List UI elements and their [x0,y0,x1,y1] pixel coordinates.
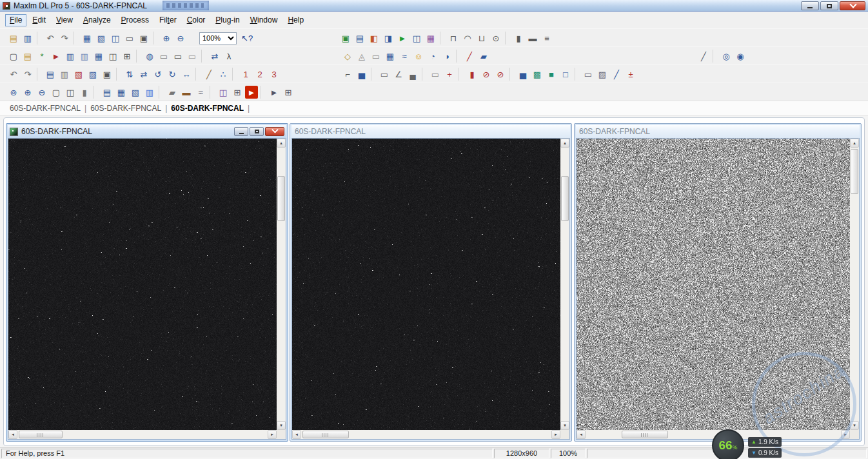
redo-icon[interactable]: ↷ [58,32,71,44]
vertical-scrollbar[interactable]: ▴ ▾ [560,139,569,430]
line-graph-icon[interactable]: ▅ [355,68,368,81]
save-as-icon[interactable]: ▥ [78,50,91,63]
zoom-out-tool-icon[interactable]: ⊖ [35,86,48,99]
expose-start-icon[interactable]: ► [396,32,409,44]
flip-vertical-icon[interactable]: ⇅ [123,68,136,81]
pier-flip-icon[interactable]: ▮ [512,32,525,44]
horizontal-scroll-thumb[interactable] [622,431,668,438]
scroll-up-button[interactable]: ▴ [277,139,286,148]
scroll-right-button[interactable]: ▸ [268,430,277,439]
image-window-1-titlebar[interactable]: 60S-DARK-FPNCAL [8,125,286,138]
filter-wheel-icon[interactable]: ▦ [424,32,437,44]
web-publish-icon[interactable]: ◍ [143,50,156,63]
blue-panel-icon[interactable]: ▥ [143,86,156,99]
slide-view-icon[interactable]: ▭ [582,68,595,81]
bar-chart-icon[interactable]: ▅ [517,68,529,81]
new-image-icon[interactable]: ▢ [7,50,20,63]
crop-icon[interactable]: ▣ [101,68,113,81]
image-window-1[interactable]: 60S-DARK-FPNCAL ▴ ▾ ◂ ▸ [6,123,288,442]
run-script-icon[interactable]: λ [222,50,235,63]
undo-icon[interactable]: ↶ [44,32,57,44]
screen-stretch-icon[interactable]: ▦ [81,32,94,44]
scroll-up-button[interactable]: ▴ [560,139,569,148]
stack-images-icon[interactable]: ▦ [92,50,105,63]
tab-2[interactable]: 60S-DARK-FPNCAL [87,104,164,113]
sequence-icon[interactable]: ◧ [368,32,380,44]
tab-3[interactable]: 60S-DARK-FPNCAL [168,104,247,113]
image-window-2[interactable]: 60S-DARK-FPNCAL ▴ ▾ ◂ ▸ [290,123,572,442]
scroll-down-button[interactable]: ▾ [277,421,286,430]
compress-file-icon[interactable]: ◫ [106,50,119,63]
image-set-a-icon[interactable]: ▤ [101,86,113,99]
draw-region-icon[interactable]: ◇ [341,50,354,63]
menu-edit[interactable]: Edit [28,14,50,26]
menu-window[interactable]: Window [246,14,282,26]
minimize-button[interactable] [801,1,819,10]
zoom-tool-icon[interactable]: ⊚ [7,86,20,99]
child-maximize-button[interactable] [250,127,264,136]
screen-fit-icon[interactable]: ▢ [50,86,63,99]
document-view-icon[interactable]: ▭ [378,68,391,81]
menu-process[interactable]: Process [117,14,153,26]
scroll-left-button[interactable]: ◂ [292,430,301,439]
scroll-up-button[interactable]: ▴ [850,139,859,148]
vertical-scroll-thumb[interactable] [277,176,285,221]
wave-profile-icon[interactable]: ≈ [398,50,411,63]
menu-filter[interactable]: Filter [155,14,181,26]
angle-measure-icon[interactable]: ∠ [392,68,405,81]
batch-convert-icon[interactable]: ⇄ [208,50,221,63]
rotate-right-icon[interactable]: ↻ [166,68,179,81]
spray-tool-icon[interactable]: ∴ [217,68,230,81]
resize-icon[interactable]: ↔ [180,68,193,81]
blue-outline-icon[interactable]: □ [559,68,572,81]
pointer-mode-icon[interactable]: ► [268,86,281,99]
vertical-scroll-thumb[interactable] [561,176,569,221]
clone-image-icon[interactable]: ▨ [86,68,99,81]
image-set-c-icon[interactable]: ▧ [129,86,142,99]
autosave-icon[interactable]: ◫ [410,32,423,44]
information-window-icon[interactable]: ▭ [123,32,136,44]
cube-view-icon[interactable]: ◫ [217,86,230,99]
roller-tool-icon[interactable]: ▬ [180,86,193,99]
horizontal-scrollbar[interactable]: ◂ ▸ [292,430,560,439]
scroll-left-button[interactable]: ◂ [8,430,17,439]
scroll-right-button[interactable]: ▸ [551,430,560,439]
vertical-scrollbar[interactable]: ▴ ▾ [277,139,286,430]
diag-line-icon[interactable]: ╱ [610,68,623,81]
color-wheel-icon[interactable]: ◉ [734,50,747,63]
menu-file[interactable]: File [5,14,26,26]
copy-icon[interactable]: ▤ [44,68,57,81]
color-balance-icon[interactable]: ◎ [720,50,733,63]
open-image-icon[interactable]: ▤ [7,32,20,44]
duplicate-icon[interactable]: ▧ [72,68,85,81]
save-file-icon[interactable]: ▥ [64,50,77,63]
accessories-icon[interactable]: ▬ [526,32,539,44]
menu-plugin[interactable]: Plug-in [211,14,244,26]
dome-control-icon[interactable]: ◠ [461,32,474,44]
red-run-icon[interactable]: ► [245,86,258,99]
no-calibration-icon[interactable]: ⊘ [480,68,493,81]
autoguide-icon[interactable]: ◨ [382,32,395,44]
photo-view-icon[interactable]: ▨ [596,68,609,81]
maximize-button[interactable] [820,1,838,10]
open-folder-icon[interactable]: ▤ [21,50,34,63]
network-speed-widget[interactable]: 66 % [712,429,744,459]
teal-square-icon[interactable]: ■ [545,68,558,81]
zoom-select[interactable]: 100% [199,32,237,44]
image-window-3-titlebar[interactable]: 60S-DARK-FPNCAL [576,125,860,138]
info-hud-icon[interactable]: ⌐ [341,68,354,81]
scroll-down-button[interactable]: ▾ [850,421,859,430]
run-batch-icon[interactable]: ► [50,50,63,63]
annotate-line-icon[interactable]: ╱ [697,50,710,63]
split-view-icon[interactable]: ◫ [64,86,77,99]
menu-help[interactable]: Help [283,14,308,26]
fits-header-icon[interactable]: ⊞ [121,50,133,63]
menu-analyze[interactable]: Analyze [79,14,115,26]
calibration-2-icon[interactable]: 2 [253,68,266,81]
dual-view-icon[interactable]: ◫ [109,32,122,44]
image-window-2-titlebar[interactable]: 60S-DARK-FPNCAL [291,125,570,138]
paste-icon[interactable]: ▥ [58,68,71,81]
flip-horizontal-icon[interactable]: ⇄ [137,68,150,81]
quick-stretch-icon[interactable]: ▧ [95,32,108,44]
zoom-in-tool-icon[interactable]: ⊕ [21,86,34,99]
